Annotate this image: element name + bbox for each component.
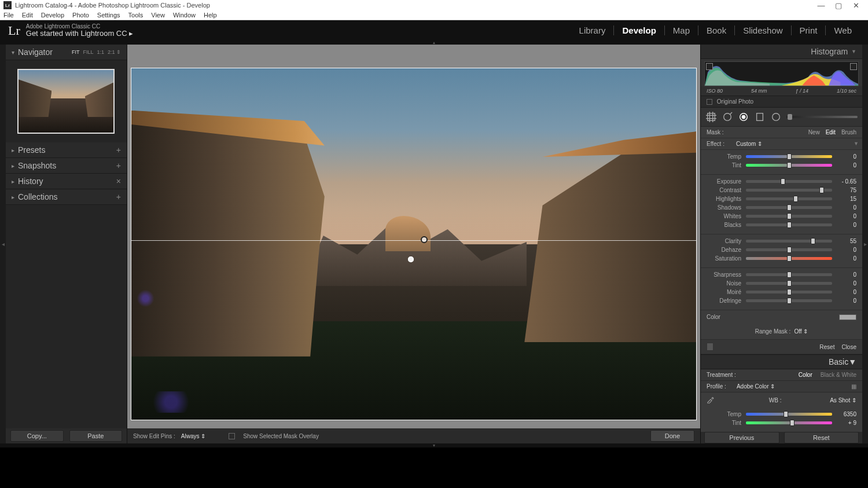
module-slideshow[interactable]: Slideshow (735, 25, 791, 35)
add-preset-icon[interactable]: + (116, 145, 121, 155)
previous-button[interactable]: Previous (704, 432, 779, 443)
add-collection-icon[interactable]: + (116, 192, 121, 201)
mask-edit-tab[interactable]: Edit (826, 129, 836, 135)
menu-window[interactable]: Window (173, 12, 196, 19)
menu-settings[interactable]: Settings (97, 12, 120, 19)
slider-knob[interactable] (787, 153, 792, 160)
slider-value[interactable]: 0 (837, 153, 856, 160)
basic-panel-header[interactable]: Basic ▼ (701, 354, 862, 369)
left-panel-handle[interactable]: ◂ (0, 45, 6, 443)
slider-track[interactable] (746, 282, 832, 285)
graduated-filter-pin[interactable] (421, 236, 428, 243)
slider-value[interactable]: 55 (837, 238, 856, 244)
slider-value[interactable]: 0 (837, 213, 856, 219)
top-panel-handle[interactable]: ▴ (0, 41, 868, 45)
panel-switch-icon[interactable] (707, 343, 713, 351)
slider-knob[interactable] (787, 289, 792, 295)
slider-value[interactable]: 0 (837, 255, 856, 262)
slider-knob[interactable] (787, 213, 792, 219)
graduated-filter-line[interactable] (131, 240, 696, 241)
menu-edit[interactable]: Edit (22, 12, 33, 19)
module-print[interactable]: Print (792, 25, 826, 35)
slider-track[interactable] (746, 215, 832, 218)
menu-develop[interactable]: Develop (41, 12, 64, 19)
slider-track[interactable] (746, 155, 832, 158)
slider-track[interactable] (746, 240, 832, 243)
menu-help[interactable]: Help (204, 12, 217, 19)
slider-track[interactable] (746, 189, 832, 192)
slider-track[interactable] (746, 248, 832, 251)
disclosure-triangle-icon[interactable]: ▼ (854, 141, 859, 146)
effect-dropdown[interactable]: Custom ⇕ (736, 141, 762, 147)
slider-value[interactable]: 0 (837, 222, 856, 228)
menu-file[interactable]: File (3, 12, 14, 19)
crop-tool-icon[interactable] (705, 111, 717, 123)
histogram-header[interactable]: Histogram ▼ (701, 45, 862, 59)
tool-amount-slider[interactable] (786, 116, 858, 118)
slider-value[interactable]: 0 (837, 289, 856, 295)
slider-value[interactable]: 15 (837, 196, 856, 202)
slider-value[interactable]: 0 (837, 271, 856, 278)
zoom-1to1[interactable]: 1:1 (97, 49, 104, 55)
slider-track[interactable] (746, 413, 832, 416)
slider-knob[interactable] (781, 178, 785, 185)
module-book[interactable]: Book (698, 25, 735, 35)
menu-tools[interactable]: Tools (128, 12, 144, 19)
zoom-fit[interactable]: FIT (72, 49, 80, 55)
slider-knob[interactable] (787, 271, 792, 278)
slider-value[interactable]: 75 (837, 187, 856, 193)
menu-photo[interactable]: Photo (72, 12, 89, 19)
mask-new-tab[interactable]: New (808, 129, 820, 135)
slider-knob[interactable] (787, 280, 792, 287)
show-edit-pins-dropdown[interactable]: Always ⇕ (181, 433, 205, 439)
window-maximize-button[interactable]: ▢ (830, 1, 847, 10)
add-snapshot-icon[interactable]: + (116, 161, 121, 170)
reset-local-button[interactable]: Reset (819, 344, 834, 350)
bottom-panel-handle[interactable]: ▾ (0, 443, 868, 447)
slider-track[interactable] (746, 257, 832, 260)
slider-track[interactable] (746, 421, 832, 424)
graduated-filter-tool-icon[interactable] (754, 111, 766, 123)
slider-value[interactable]: - 0.65 (837, 178, 856, 185)
slider-knob[interactable] (787, 298, 792, 304)
slider-knob[interactable] (787, 255, 792, 262)
histogram-display[interactable] (704, 61, 859, 86)
profile-browser-icon[interactable]: ▦ (851, 383, 856, 390)
module-develop[interactable]: Develop (614, 25, 664, 35)
slider-knob[interactable] (793, 196, 798, 202)
copy-settings-button[interactable]: Copy... (10, 430, 64, 442)
reset-button[interactable]: Reset (784, 432, 859, 443)
snapshots-panel[interactable]: ▸ Snapshots + (6, 158, 127, 174)
slider-knob[interactable] (787, 162, 792, 168)
slider-track[interactable] (746, 164, 832, 167)
slider-track[interactable] (746, 299, 832, 302)
slider-knob[interactable] (819, 187, 824, 193)
slider-track[interactable] (746, 197, 832, 200)
clear-history-icon[interactable]: × (116, 177, 121, 186)
slider-track[interactable] (746, 273, 832, 276)
graduated-filter-pin-secondary[interactable] (408, 256, 414, 262)
menu-view[interactable]: View (151, 12, 165, 19)
slider-knob[interactable] (787, 222, 792, 228)
slider-value[interactable]: 6350 (837, 411, 856, 417)
right-panel-handle[interactable]: ▸ (862, 45, 868, 443)
shadow-clipping-toggle[interactable] (706, 63, 713, 70)
zoom-custom[interactable]: 2:1 ⇕ (108, 49, 121, 55)
paste-settings-button[interactable]: Paste (69, 430, 123, 442)
close-local-button[interactable]: Close (841, 344, 856, 350)
original-photo-toggle[interactable]: Original Photo (701, 96, 862, 108)
slider-value[interactable]: + 9 (837, 420, 856, 426)
slider-knob[interactable] (790, 420, 795, 426)
zoom-fill[interactable]: FILL (83, 49, 93, 55)
slider-track[interactable] (746, 206, 832, 209)
module-web[interactable]: Web (826, 25, 860, 35)
mask-brush-tab[interactable]: Brush (841, 129, 856, 135)
window-close-button[interactable]: ✕ (847, 1, 865, 10)
treatment-bw[interactable]: Black & White (821, 372, 856, 378)
done-button[interactable]: Done (650, 430, 694, 442)
collections-panel[interactable]: ▸ Collections + (6, 189, 127, 205)
module-map[interactable]: Map (665, 25, 698, 35)
color-swatch[interactable] (839, 314, 856, 320)
module-library[interactable]: Library (571, 25, 615, 35)
show-mask-checkbox[interactable] (229, 433, 235, 439)
